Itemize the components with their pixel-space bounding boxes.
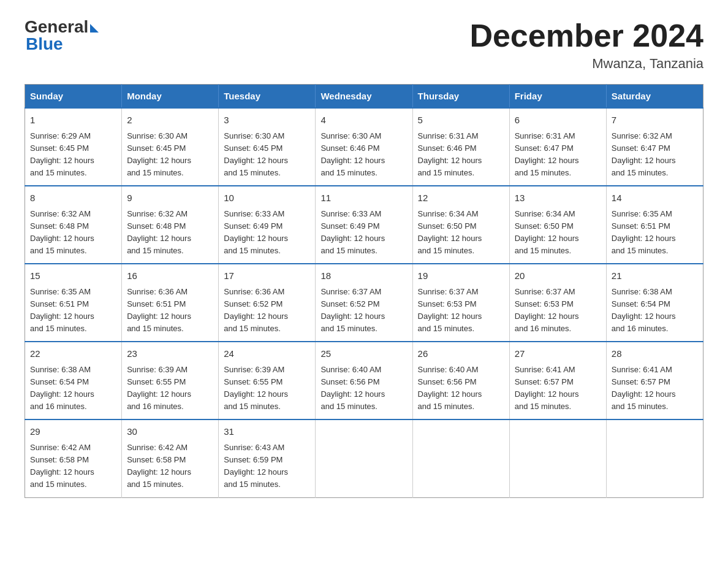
day-info: Sunrise: 6:30 AMSunset: 6:45 PMDaylight:…: [127, 130, 213, 180]
day-info: Sunrise: 6:40 AMSunset: 6:56 PMDaylight:…: [320, 364, 407, 413]
col-monday: Monday: [122, 85, 219, 109]
day-info: Sunrise: 6:41 AMSunset: 6:57 PMDaylight:…: [612, 364, 698, 413]
day-info: Sunrise: 6:35 AMSunset: 6:51 PMDaylight:…: [30, 286, 116, 335]
table-row: 18Sunrise: 6:37 AMSunset: 6:52 PMDayligh…: [316, 264, 412, 342]
col-thursday: Thursday: [412, 85, 509, 109]
day-number: 31: [224, 425, 310, 439]
col-wednesday: Wednesday: [316, 85, 412, 109]
table-row: 20Sunrise: 6:37 AMSunset: 6:53 PMDayligh…: [509, 264, 606, 342]
day-info: Sunrise: 6:37 AMSunset: 6:52 PMDaylight:…: [320, 286, 407, 335]
day-info: Sunrise: 6:41 AMSunset: 6:57 PMDaylight:…: [515, 364, 601, 413]
day-info: Sunrise: 6:32 AMSunset: 6:48 PMDaylight:…: [127, 208, 213, 258]
location: Mwanza, Tanzania: [469, 56, 703, 72]
day-info: Sunrise: 6:38 AMSunset: 6:54 PMDaylight:…: [30, 364, 116, 413]
table-row: 22Sunrise: 6:38 AMSunset: 6:54 PMDayligh…: [25, 342, 122, 419]
day-number: 24: [224, 347, 310, 361]
calendar-week-row: 15Sunrise: 6:35 AMSunset: 6:51 PMDayligh…: [25, 264, 703, 342]
col-sunday: Sunday: [25, 85, 122, 109]
logo-general-text: General: [25, 18, 88, 36]
day-number: 30: [127, 425, 213, 439]
table-row: 7Sunrise: 6:32 AMSunset: 6:47 PMDaylight…: [606, 108, 703, 186]
day-info: Sunrise: 6:35 AMSunset: 6:51 PMDaylight:…: [612, 208, 698, 258]
day-number: 13: [515, 191, 601, 205]
day-number: 5: [418, 113, 504, 128]
col-friday: Friday: [509, 85, 606, 109]
table-row: 24Sunrise: 6:39 AMSunset: 6:55 PMDayligh…: [219, 342, 316, 419]
day-number: 26: [418, 347, 504, 361]
day-number: 10: [224, 191, 310, 205]
table-row: 19Sunrise: 6:37 AMSunset: 6:53 PMDayligh…: [412, 264, 509, 342]
day-number: 28: [612, 347, 698, 361]
table-row: [509, 419, 606, 497]
table-row: 13Sunrise: 6:34 AMSunset: 6:50 PMDayligh…: [509, 186, 606, 264]
month-title: December 2024: [469, 18, 703, 53]
day-info: Sunrise: 6:37 AMSunset: 6:53 PMDaylight:…: [418, 286, 504, 335]
day-info: Sunrise: 6:32 AMSunset: 6:48 PMDaylight:…: [30, 208, 116, 258]
day-number: 2: [127, 113, 213, 128]
table-row: 23Sunrise: 6:39 AMSunset: 6:55 PMDayligh…: [122, 342, 219, 419]
table-row: [606, 419, 703, 497]
day-info: Sunrise: 6:32 AMSunset: 6:47 PMDaylight:…: [612, 130, 698, 180]
calendar-header-row: Sunday Monday Tuesday Wednesday Thursday…: [25, 85, 703, 109]
day-info: Sunrise: 6:34 AMSunset: 6:50 PMDaylight:…: [515, 208, 601, 258]
table-row: 14Sunrise: 6:35 AMSunset: 6:51 PMDayligh…: [606, 186, 703, 264]
table-row: 6Sunrise: 6:31 AMSunset: 6:47 PMDaylight…: [509, 108, 606, 186]
page-header: General Blue December 2024 Mwanza, Tanza…: [25, 18, 703, 72]
logo-blue-text: Blue: [25, 34, 63, 54]
table-row: [412, 419, 509, 497]
table-row: 1Sunrise: 6:29 AMSunset: 6:45 PMDaylight…: [25, 108, 122, 186]
table-row: 11Sunrise: 6:33 AMSunset: 6:49 PMDayligh…: [316, 186, 412, 264]
day-info: Sunrise: 6:39 AMSunset: 6:55 PMDaylight:…: [127, 364, 213, 413]
day-info: Sunrise: 6:42 AMSunset: 6:58 PMDaylight:…: [30, 442, 116, 491]
day-number: 14: [612, 191, 698, 205]
table-row: 15Sunrise: 6:35 AMSunset: 6:51 PMDayligh…: [25, 264, 122, 342]
table-row: 5Sunrise: 6:31 AMSunset: 6:46 PMDaylight…: [412, 108, 509, 186]
table-row: 25Sunrise: 6:40 AMSunset: 6:56 PMDayligh…: [316, 342, 412, 419]
day-info: Sunrise: 6:37 AMSunset: 6:53 PMDaylight:…: [515, 286, 601, 335]
table-row: 8Sunrise: 6:32 AMSunset: 6:48 PMDaylight…: [25, 186, 122, 264]
day-number: 17: [224, 269, 310, 283]
table-row: 30Sunrise: 6:42 AMSunset: 6:58 PMDayligh…: [122, 419, 219, 497]
day-info: Sunrise: 6:39 AMSunset: 6:55 PMDaylight:…: [224, 364, 310, 413]
table-row: 21Sunrise: 6:38 AMSunset: 6:54 PMDayligh…: [606, 264, 703, 342]
logo: General Blue: [25, 18, 99, 54]
table-row: 16Sunrise: 6:36 AMSunset: 6:51 PMDayligh…: [122, 264, 219, 342]
day-number: 27: [515, 347, 601, 361]
day-number: 7: [612, 113, 698, 128]
day-number: 11: [320, 191, 407, 205]
day-number: 21: [612, 269, 698, 283]
day-number: 12: [418, 191, 504, 205]
day-number: 8: [30, 191, 116, 205]
day-info: Sunrise: 6:38 AMSunset: 6:54 PMDaylight:…: [612, 286, 698, 335]
day-number: 18: [320, 269, 407, 283]
day-info: Sunrise: 6:40 AMSunset: 6:56 PMDaylight:…: [418, 364, 504, 413]
day-info: Sunrise: 6:29 AMSunset: 6:45 PMDaylight:…: [30, 130, 116, 180]
day-info: Sunrise: 6:30 AMSunset: 6:46 PMDaylight:…: [320, 130, 407, 180]
day-number: 22: [30, 347, 116, 361]
table-row: 9Sunrise: 6:32 AMSunset: 6:48 PMDaylight…: [122, 186, 219, 264]
day-number: 3: [224, 113, 310, 128]
day-info: Sunrise: 6:34 AMSunset: 6:50 PMDaylight:…: [418, 208, 504, 258]
table-row: 29Sunrise: 6:42 AMSunset: 6:58 PMDayligh…: [25, 419, 122, 497]
table-row: 3Sunrise: 6:30 AMSunset: 6:45 PMDaylight…: [219, 108, 316, 186]
table-row: 2Sunrise: 6:30 AMSunset: 6:45 PMDaylight…: [122, 108, 219, 186]
day-info: Sunrise: 6:31 AMSunset: 6:47 PMDaylight:…: [515, 130, 601, 180]
calendar-week-row: 1Sunrise: 6:29 AMSunset: 6:45 PMDaylight…: [25, 108, 703, 186]
table-row: 4Sunrise: 6:30 AMSunset: 6:46 PMDaylight…: [316, 108, 412, 186]
day-info: Sunrise: 6:36 AMSunset: 6:51 PMDaylight:…: [127, 286, 213, 335]
col-saturday: Saturday: [606, 85, 703, 109]
table-row: 10Sunrise: 6:33 AMSunset: 6:49 PMDayligh…: [219, 186, 316, 264]
day-number: 6: [515, 113, 601, 128]
day-number: 9: [127, 191, 213, 205]
day-number: 19: [418, 269, 504, 283]
col-tuesday: Tuesday: [219, 85, 316, 109]
day-info: Sunrise: 6:30 AMSunset: 6:45 PMDaylight:…: [224, 130, 310, 180]
day-info: Sunrise: 6:42 AMSunset: 6:58 PMDaylight:…: [127, 442, 213, 491]
day-number: 20: [515, 269, 601, 283]
day-info: Sunrise: 6:43 AMSunset: 6:59 PMDaylight:…: [224, 442, 310, 491]
logo-arrow-icon: [90, 24, 99, 33]
table-row: 26Sunrise: 6:40 AMSunset: 6:56 PMDayligh…: [412, 342, 509, 419]
table-row: 31Sunrise: 6:43 AMSunset: 6:59 PMDayligh…: [219, 419, 316, 497]
day-number: 25: [320, 347, 407, 361]
day-info: Sunrise: 6:33 AMSunset: 6:49 PMDaylight:…: [320, 208, 407, 258]
